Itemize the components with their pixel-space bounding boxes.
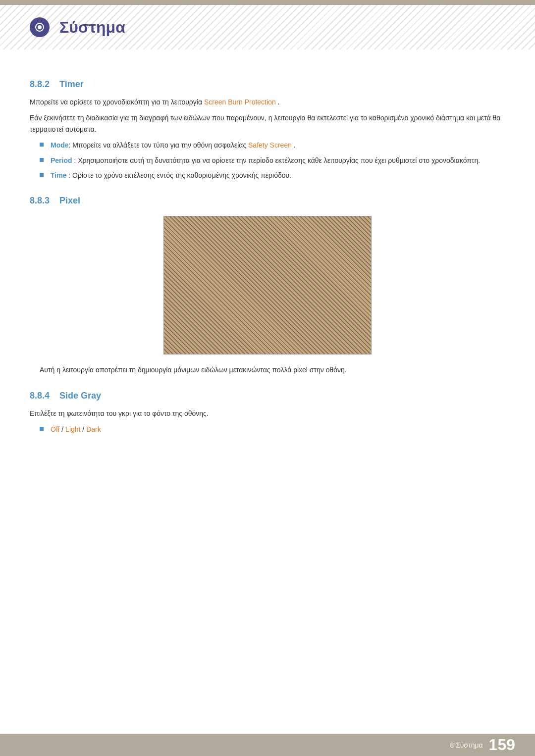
footer-page-number: 159 [489, 736, 515, 754]
bullet-text-mode: Mode: Μπορείτε να αλλάξετε τον τύπο για … [51, 140, 505, 151]
section-883-caption: Αυτή η λειτουργία αποτρέπει τη δημιουργί… [30, 364, 505, 375]
section-883-heading: 8.8.3 Pixel [30, 196, 505, 206]
list-item: Period : Χρησιμοποιήστε αυτή τη δυνατότη… [40, 155, 505, 166]
footer-bar: 8 Σύστημα 159 [0, 734, 535, 756]
section-884-heading: 8.8.4 Side Gray [30, 391, 505, 401]
bullet-icon [40, 143, 44, 147]
list-item: Mode: Μπορείτε να αλλάξετε τον τύπο για … [40, 140, 505, 151]
bullet-text-period: Period : Χρησιμοποιήστε αυτή τη δυνατότη… [51, 155, 505, 166]
section-882-intro1: Μπορείτε να ορίσετε το χρονοδιακόπτη για… [30, 97, 505, 107]
bullet-text-offlight: Off / Light / Dark [51, 424, 505, 435]
pixel-image-container [30, 216, 505, 354]
bullet-icon [40, 427, 44, 431]
list-item: Off / Light / Dark [40, 424, 505, 435]
footer-section-label: 8 Σύστημα [450, 741, 483, 749]
svg-point-1 [38, 25, 42, 29]
content-area: 8.8.2 Timer Μπορείτε να ορίσετε το χρονο… [30, 50, 505, 731]
bullet-text-time: Time : Ορίστε το χρόνο εκτέλεσης εντός τ… [51, 170, 505, 181]
section-884-intro: Επιλέξτε τη φωτεινότητα του γκρι για το … [30, 408, 505, 419]
bullet-icon [40, 158, 44, 162]
page-title: Σύστημα [59, 18, 125, 37]
top-bar [0, 0, 535, 5]
section-882-heading: 8.8.2 Timer [30, 79, 505, 90]
list-item: Time : Ορίστε το χρόνο εκτέλεσης εντός τ… [40, 170, 505, 181]
pixel-illustration [163, 216, 372, 354]
system-icon [30, 17, 50, 37]
bullet-icon [40, 173, 44, 177]
header-area: Σύστημα [0, 5, 535, 50]
section-882-bullets: Mode: Μπορείτε να αλλάξετε τον τύπο για … [30, 140, 505, 181]
section-882-intro2: Εάν ξεκινήσετε τη διαδικασία για τη διαγ… [30, 112, 505, 135]
section-884-bullets: Off / Light / Dark [30, 424, 505, 435]
